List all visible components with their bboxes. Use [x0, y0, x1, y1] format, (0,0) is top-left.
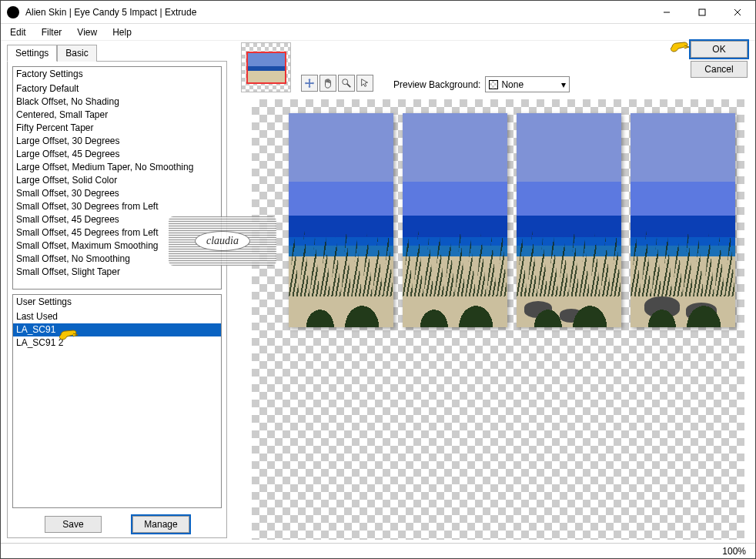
tabs: Settings Basic	[7, 44, 227, 62]
watermark-text: claudia	[195, 231, 250, 251]
move-tool-icon[interactable]	[301, 75, 318, 92]
preview-toolbar	[301, 75, 373, 92]
titlebar: Alien Skin | Eye Candy 5 Impact | Extrud…	[1, 1, 755, 24]
transparency-swatch-icon	[489, 80, 498, 89]
user-item[interactable]: LA_SC91	[13, 323, 221, 336]
menu-edit[interactable]: Edit	[4, 25, 32, 39]
menu-view[interactable]: View	[71, 25, 103, 39]
menu-filter[interactable]: Filter	[35, 25, 69, 39]
preview-background-label: Preview Background:	[393, 79, 480, 90]
minimize-button[interactable]	[649, 1, 684, 23]
save-button[interactable]: Save	[45, 516, 102, 533]
maximize-button[interactable]	[684, 1, 720, 23]
factory-item[interactable]: Factory Default	[13, 82, 221, 95]
ok-button[interactable]: OK	[691, 41, 748, 58]
zoom-level: 100%	[722, 546, 746, 557]
preview-panel-4	[631, 113, 735, 327]
factory-item[interactable]: Small Offset, 30 Degrees	[13, 187, 221, 200]
preview-canvas[interactable]	[252, 99, 744, 540]
factory-item[interactable]: Large Offset, Medium Taper, No Smoothing	[13, 161, 221, 174]
statusbar: 100%	[1, 543, 755, 558]
user-settings-header: User Settings	[13, 295, 221, 310]
preview-thumbnail[interactable]	[246, 52, 286, 84]
menu-help[interactable]: Help	[106, 25, 138, 39]
factory-item[interactable]: Large Offset, Solid Color	[13, 174, 221, 187]
user-item[interactable]: LA_SC91 2	[13, 336, 221, 350]
tab-basic[interactable]: Basic	[57, 45, 96, 62]
preview-panel-1	[289, 113, 393, 327]
factory-item[interactable]: Small Offset, 30 Degrees from Left	[13, 200, 221, 213]
factory-item[interactable]: Centered, Small Taper	[13, 109, 221, 122]
preview-background-select[interactable]: None ▾	[485, 76, 570, 92]
preview-thumbnail-tray	[241, 42, 291, 92]
factory-item[interactable]: Black Offset, No Shading	[13, 95, 221, 109]
pointer-tool-icon[interactable]	[356, 75, 373, 92]
factory-item[interactable]: Large Offset, 30 Degrees	[13, 135, 221, 148]
manage-button[interactable]: Manage	[132, 516, 189, 533]
factory-item[interactable]: Large Offset, 45 Degrees	[13, 148, 221, 161]
menubar: Edit Filter View Help	[1, 24, 755, 41]
pointer-cursor-overlay	[671, 39, 691, 55]
svg-rect-1	[699, 9, 705, 15]
svg-point-4	[343, 79, 348, 85]
factory-item[interactable]: Small Offset, Slight Taper	[13, 266, 221, 279]
factory-settings-header: Factory Settings	[13, 67, 221, 82]
cancel-button[interactable]: Cancel	[691, 61, 748, 78]
user-item[interactable]: Last Used	[13, 310, 221, 323]
window-title: Alien Skin | Eye Candy 5 Impact | Extrud…	[25, 7, 649, 18]
hand-tool-icon[interactable]	[319, 75, 336, 92]
close-button[interactable]	[720, 1, 755, 23]
zoom-tool-icon[interactable]	[338, 75, 355, 92]
preview-background-value: None	[501, 79, 524, 90]
watermark: claudia	[169, 216, 276, 266]
app-icon	[7, 6, 19, 18]
factory-item[interactable]: Fifty Percent Taper	[13, 122, 221, 135]
preview-panel-3	[517, 113, 621, 327]
tab-settings[interactable]: Settings	[7, 45, 57, 62]
svg-line-5	[347, 84, 350, 87]
chevron-down-icon: ▾	[561, 79, 566, 90]
preview-panel-2	[403, 113, 507, 327]
user-settings-list[interactable]: User Settings Last UsedLA_SC91LA_SC91 2	[12, 294, 222, 508]
